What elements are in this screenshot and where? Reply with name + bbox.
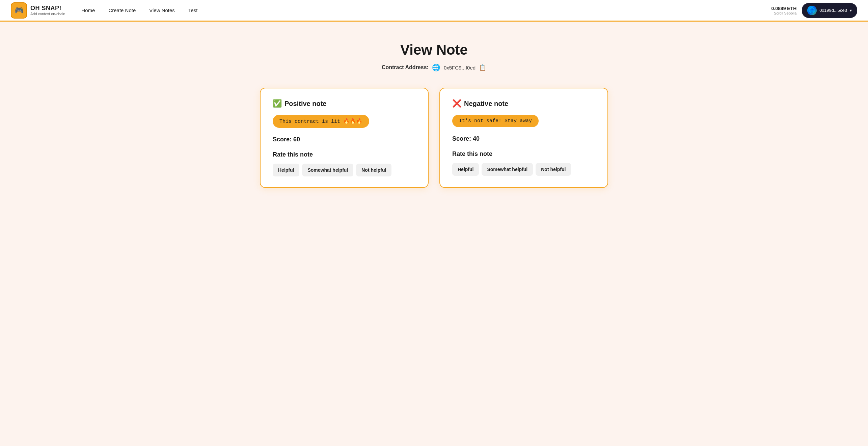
globe-icon: 🌐 bbox=[432, 63, 440, 72]
negative-helpful-button[interactable]: Helpful bbox=[452, 163, 479, 176]
contract-label: Contract Address: bbox=[382, 64, 429, 71]
contract-value: 0x5FC9...f0ed bbox=[444, 65, 476, 71]
negative-note-type: ❌ Negative note bbox=[452, 99, 595, 108]
positive-rate-title: Rate this note bbox=[273, 151, 416, 158]
nav-create-note[interactable]: Create Note bbox=[108, 6, 136, 15]
positive-note-content: This contract is lit 🔥🔥🔥 bbox=[273, 115, 369, 128]
eth-amount: 0.0889 ETH bbox=[771, 6, 797, 11]
positive-note-card: ✅ Positive note This contract is lit 🔥🔥🔥… bbox=[260, 88, 429, 188]
wallet-address: 0x199d...5ce3 bbox=[819, 8, 847, 13]
cards-container: ✅ Positive note This contract is lit 🔥🔥🔥… bbox=[248, 88, 620, 188]
app-subtitle: Add context on-chain bbox=[30, 12, 65, 16]
negative-icon: ❌ bbox=[452, 99, 461, 108]
contract-address-row: Contract Address: 🌐 0x5FC9...f0ed 📋 bbox=[382, 63, 486, 72]
wallet-button[interactable]: 🌐 0x199d...5ce3 ▾ bbox=[802, 3, 857, 18]
positive-not-helpful-button[interactable]: Not helpful bbox=[356, 164, 391, 176]
negative-rate-buttons: Helpful Somewhat helpful Not helpful bbox=[452, 163, 595, 176]
logo-icon: 🎮 bbox=[11, 2, 27, 19]
positive-helpful-button[interactable]: Helpful bbox=[273, 164, 299, 176]
negative-somewhat-helpful-button[interactable]: Somewhat helpful bbox=[482, 163, 533, 176]
positive-type-label: Positive note bbox=[284, 100, 326, 108]
main-nav: Home Create Note View Notes Test bbox=[81, 6, 771, 15]
logo-area: 🎮 OH SNAP! Add context on-chain bbox=[11, 2, 65, 19]
app-title: OH SNAP! bbox=[30, 5, 65, 12]
chevron-down-icon: ▾ bbox=[850, 8, 852, 13]
main-content: View Note Contract Address: 🌐 0x5FC9...f… bbox=[0, 22, 868, 208]
negative-not-helpful-button[interactable]: Not helpful bbox=[536, 163, 571, 176]
logo-text: OH SNAP! Add context on-chain bbox=[30, 5, 65, 16]
negative-rate-title: Rate this note bbox=[452, 150, 595, 158]
eth-network: Scroll Sepolia bbox=[774, 11, 796, 15]
copy-icon[interactable]: 📋 bbox=[479, 64, 486, 71]
positive-note-score: Score: 60 bbox=[273, 136, 416, 143]
positive-rate-buttons: Helpful Somewhat helpful Not helpful bbox=[273, 164, 416, 176]
positive-icon: ✅ bbox=[273, 99, 282, 108]
nav-view-notes[interactable]: View Notes bbox=[149, 6, 175, 15]
positive-note-type: ✅ Positive note bbox=[273, 99, 416, 108]
page-title: View Note bbox=[400, 42, 468, 58]
header-right: 0.0889 ETH Scroll Sepolia 🌐 0x199d...5ce… bbox=[771, 3, 857, 18]
negative-note-score: Score: 40 bbox=[452, 135, 595, 142]
header: 🎮 OH SNAP! Add context on-chain Home Cre… bbox=[0, 0, 868, 22]
positive-somewhat-helpful-button[interactable]: Somewhat helpful bbox=[302, 164, 353, 176]
eth-balance: 0.0889 ETH Scroll Sepolia bbox=[771, 6, 797, 15]
wallet-avatar: 🌐 bbox=[807, 6, 817, 15]
negative-type-label: Negative note bbox=[464, 100, 508, 108]
nav-home[interactable]: Home bbox=[81, 6, 95, 15]
negative-note-content: It's not safe! Stay away bbox=[452, 115, 539, 127]
negative-note-card: ❌ Negative note It's not safe! Stay away… bbox=[439, 88, 608, 188]
nav-test[interactable]: Test bbox=[188, 6, 198, 15]
